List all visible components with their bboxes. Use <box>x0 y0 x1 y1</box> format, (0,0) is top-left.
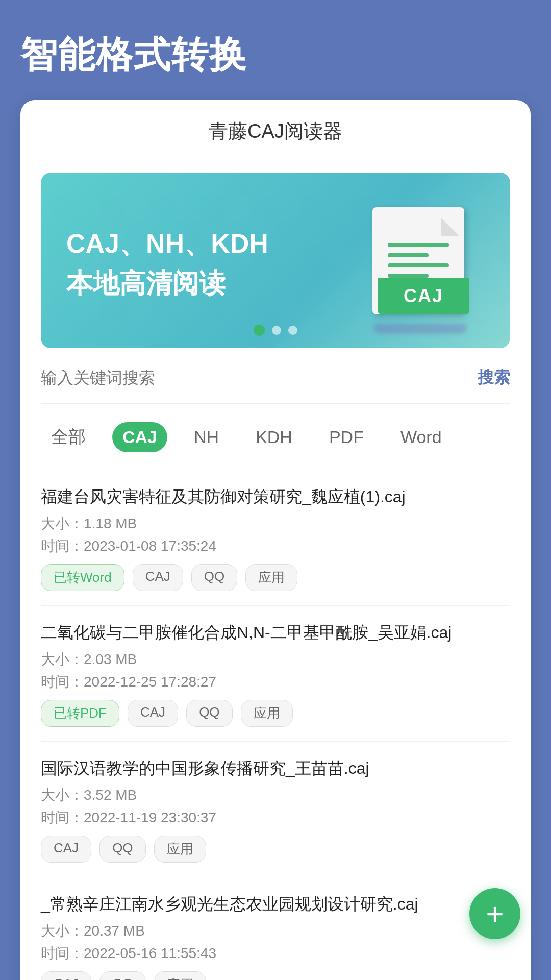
file-label: CAJ <box>378 278 469 314</box>
file-corner <box>441 217 459 236</box>
tag-converted-pdf-2[interactable]: 已转PDF <box>41 700 119 727</box>
main-card: 青藤CAJ阅读器 CAJ、NH、KDH 本地高清阅读 CAJ <box>20 100 531 980</box>
tag-qq-1[interactable]: QQ <box>191 564 237 591</box>
tag-qq-2[interactable]: QQ <box>186 700 232 727</box>
file-tags-4: CAJ QQ 应用 <box>41 971 510 980</box>
tag-caj-2[interactable]: CAJ <box>128 700 178 727</box>
file-tags-1: 已转Word CAJ QQ 应用 <box>41 564 510 591</box>
file-name-1: 福建台风灾害特征及其防御对策研究_魏应植(1).caj <box>41 484 510 509</box>
file-item-4[interactable]: _常熟辛庄江南水乡观光生态农业园规划设计研究.caj 大小：20.37 MB 时… <box>41 877 510 980</box>
banner-icon: CAJ <box>367 197 490 330</box>
banner-line2: 本地高清阅读 <box>66 263 268 303</box>
file-shadow <box>374 324 466 334</box>
search-input[interactable] <box>41 369 467 387</box>
file-size-1: 大小：1.18 MB <box>41 514 510 533</box>
tag-caj-4[interactable]: CAJ <box>41 971 91 980</box>
banner-dots <box>254 325 297 336</box>
file-list: 福建台风灾害特征及其防御对策研究_魏应植(1).caj 大小：1.18 MB 时… <box>41 470 510 980</box>
fab-add-button[interactable]: + <box>469 888 520 939</box>
tab-all[interactable]: 全部 <box>41 420 96 454</box>
file-line-1 <box>388 243 449 247</box>
card-header: 青藤CAJ阅读器 <box>41 118 510 157</box>
file-body: CAJ <box>372 207 464 314</box>
dot-1[interactable] <box>254 325 265 336</box>
tab-nh[interactable]: NH <box>184 422 229 452</box>
file-time-3: 时间：2022-11-19 23:30:37 <box>41 808 510 827</box>
file-line-4 <box>388 274 429 278</box>
file-size-4: 大小：20.37 MB <box>41 921 510 941</box>
file-item-3[interactable]: 国际汉语教学的中国形象传播研究_王苗苗.caj 大小：3.52 MB 时间：20… <box>41 742 510 877</box>
page-title: 智能格式转换 <box>20 31 531 80</box>
tag-app-1[interactable]: 应用 <box>245 564 297 591</box>
tab-word[interactable]: Word <box>390 422 452 452</box>
file-time-4: 时间：2022-05-16 11:55:43 <box>41 944 510 963</box>
tag-converted-word-1[interactable]: 已转Word <box>41 564 124 591</box>
banner-text: CAJ、NH、KDH 本地高清阅读 <box>66 224 268 303</box>
search-row: 搜索 <box>41 366 510 404</box>
file-name-3: 国际汉语教学的中国形象传播研究_王苗苗.caj <box>41 756 510 780</box>
file-item-2[interactable]: 二氧化碳与二甲胺催化合成N,N-二甲基甲酰胺_吴亚娟.caj 大小：2.03 M… <box>41 606 510 742</box>
dot-2[interactable] <box>272 326 281 335</box>
tab-caj[interactable]: CAJ <box>112 422 167 452</box>
file-time-1: 时间：2023-01-08 17:35:24 <box>41 536 510 556</box>
tag-app-4[interactable]: 应用 <box>154 971 206 980</box>
file-tags-2: 已转PDF CAJ QQ 应用 <box>41 700 510 727</box>
file-size-3: 大小：3.52 MB <box>41 786 510 805</box>
tag-app-2[interactable]: 应用 <box>241 700 293 727</box>
search-button[interactable]: 搜索 <box>478 366 510 389</box>
file-name-2: 二氧化碳与二甲胺催化合成N,N-二甲基甲酰胺_吴亚娟.caj <box>41 620 510 645</box>
tag-caj-3[interactable]: CAJ <box>41 836 91 863</box>
banner: CAJ、NH、KDH 本地高清阅读 CAJ <box>41 173 510 348</box>
filter-tabs: 全部 CAJ NH KDH PDF Word <box>41 420 510 454</box>
tag-qq-4[interactable]: QQ <box>99 971 145 980</box>
file-item-1[interactable]: 福建台风灾害特征及其防御对策研究_魏应植(1).caj 大小：1.18 MB 时… <box>41 470 510 606</box>
file-name-4: _常熟辛庄江南水乡观光生态农业园规划设计研究.caj <box>41 892 510 916</box>
tag-app-3[interactable]: 应用 <box>154 836 206 863</box>
file-tags-3: CAJ QQ 应用 <box>41 836 510 863</box>
banner-line1: CAJ、NH、KDH <box>66 224 268 263</box>
tag-qq-3[interactable]: QQ <box>99 836 145 863</box>
dot-3[interactable] <box>288 326 297 335</box>
file-line-2 <box>388 253 429 257</box>
tab-pdf[interactable]: PDF <box>319 422 374 452</box>
tab-kdh[interactable]: KDH <box>245 422 303 452</box>
tag-caj-1[interactable]: CAJ <box>133 564 183 591</box>
file-time-2: 时间：2022-12-25 17:28:27 <box>41 672 510 692</box>
file-size-2: 大小：2.03 MB <box>41 650 510 669</box>
file-line-3 <box>388 263 449 267</box>
